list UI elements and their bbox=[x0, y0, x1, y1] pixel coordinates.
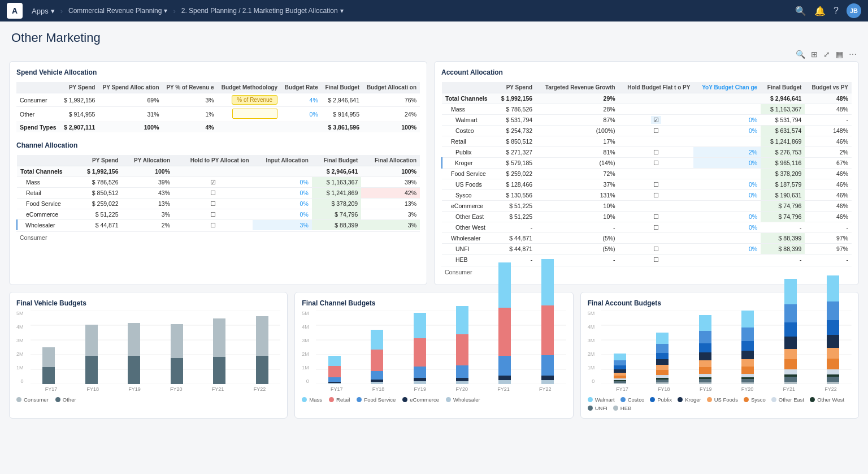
search-toolbar-icon[interactable]: 🔍 bbox=[796, 50, 805, 59]
chart-account-title: Final Account Budgets bbox=[588, 299, 852, 307]
col-rev-growth: Targeted Revenue Growth bbox=[536, 82, 618, 93]
table-icon[interactable]: ▦ bbox=[836, 50, 843, 59]
crumb-spend[interactable]: 2. Spend Planning / 2.1 Marketing Budget… bbox=[177, 5, 348, 17]
aa-final-budget: $ 1,241,869 bbox=[761, 136, 805, 147]
ca-final-budget: $ 378,209 bbox=[312, 199, 361, 209]
chart-vehicle-panel: Final Vehicle Budgets 5M4M3M2M1M0 bbox=[9, 292, 288, 419]
toolbar: 🔍 ⊞ ⤢ ▦ ⋯ bbox=[0, 50, 868, 61]
ca-label: Wholesaler bbox=[17, 220, 76, 231]
ca-hold-checkbox[interactable]: ☐ bbox=[173, 209, 253, 220]
aa-row-walmart: Walmart $ 531,794 87% ☑ 0% $ 531,794 - bbox=[442, 115, 852, 126]
aa-row-kroger: Kroger $ 579,185 (14%) ☐ 0% $ 965,116 67… bbox=[442, 158, 852, 169]
logo: A bbox=[7, 3, 23, 19]
ca-label: Food Service bbox=[17, 199, 76, 209]
aa-rev-growth: 29% bbox=[536, 93, 618, 104]
ca-final-budget: $ 2,946,641 bbox=[312, 166, 361, 177]
aa-vs-py: - bbox=[805, 222, 852, 233]
expand-icon[interactable]: ⤢ bbox=[823, 50, 830, 59]
aa-row-publix: Publix $ 271,327 81% ☐ 2% $ 276,753 2% bbox=[442, 147, 852, 158]
aa-hold-checkbox[interactable]: ☐ bbox=[619, 255, 694, 265]
ca-hold-checkbox[interactable]: ☑ bbox=[173, 177, 253, 188]
aa-hold-checkbox[interactable]: ☐ bbox=[619, 126, 694, 136]
aa-hold bbox=[619, 93, 694, 104]
apps-menu[interactable]: Apps ▾ bbox=[27, 5, 59, 18]
sv-budget-meth-input[interactable] bbox=[218, 107, 281, 122]
col-label bbox=[16, 82, 60, 93]
chart-account-panel: Final Account Budgets 5M4M3M2M1M0 bbox=[580, 292, 859, 419]
legend-usfoods: US Foods bbox=[707, 397, 738, 403]
help-icon[interactable]: ? bbox=[834, 6, 839, 16]
more-icon[interactable]: ⋯ bbox=[849, 50, 857, 59]
col-py-spend: PY Spend bbox=[494, 82, 536, 93]
aa-hold-checkbox[interactable]: ☐ bbox=[619, 212, 694, 222]
filter-icon[interactable]: ⊞ bbox=[811, 50, 818, 59]
aa-hold-checkbox[interactable]: ☐ bbox=[619, 179, 694, 190]
aa-vs-py: - bbox=[805, 255, 852, 265]
sv-row-total: Spend Types $ 2,907,111 100% 4% $ 3,861,… bbox=[16, 122, 420, 133]
col-label bbox=[17, 155, 76, 166]
aa-yoy[interactable]: 0% bbox=[693, 158, 761, 169]
aa-hold-checkbox[interactable]: ☐ bbox=[619, 190, 694, 201]
aa-hold-checkbox[interactable]: ☐ bbox=[619, 222, 694, 233]
aa-vs-py: 48% bbox=[805, 93, 852, 104]
aa-vs-py: 46% bbox=[805, 212, 852, 222]
aa-row-usfoods: US Foods $ 128,466 37% ☐ 0% $ 187,579 46… bbox=[442, 179, 852, 190]
col-budget-rate: Budget Rate bbox=[281, 82, 322, 93]
aa-row-other-east: Other East $ 51,225 10% ☐ 0% $ 74,796 46… bbox=[442, 212, 852, 222]
ca-hold-checkbox[interactable]: ☐ bbox=[173, 220, 253, 231]
sv-budget-meth[interactable]: % of Revenue bbox=[218, 93, 281, 107]
crumb-commercial[interactable]: Commercial Revenue Planning ▾ bbox=[64, 5, 172, 17]
aa-rev-growth: 81% bbox=[536, 147, 618, 158]
aa-label: US Foods bbox=[442, 179, 494, 190]
sv-label: Spend Types bbox=[16, 122, 60, 133]
aa-row-mass: Mass $ 786,526 28% $ 1,163,367 48% bbox=[442, 104, 852, 115]
aa-row-retail: Retail $ 850,512 17% $ 1,241,869 46% bbox=[442, 136, 852, 147]
aa-final-budget: $ 74,796 bbox=[761, 201, 805, 212]
search-icon[interactable]: 🔍 bbox=[795, 6, 806, 16]
ca-hold-checkbox[interactable]: ☐ bbox=[173, 199, 253, 209]
aa-py-spend: $ 271,327 bbox=[494, 147, 536, 158]
sv-label: Other bbox=[16, 107, 60, 122]
ca-final-budget: $ 74,796 bbox=[312, 209, 361, 220]
aa-vs-py: 148% bbox=[805, 126, 852, 136]
sv-row-other: Other $ 914,955 31% 1% 0% $ 914,955 24% bbox=[16, 107, 420, 122]
aa-yoy bbox=[693, 136, 761, 147]
col-final-budget: Final Budget bbox=[312, 155, 361, 166]
aa-final-budget: $ 190,631 bbox=[761, 190, 805, 201]
ca-hold-checkbox[interactable]: ☐ bbox=[173, 188, 253, 199]
ca-py-alloc: 43% bbox=[122, 188, 173, 199]
channel-footer: Consumer bbox=[16, 231, 420, 243]
aa-hold-checkbox[interactable]: ☑ bbox=[619, 115, 694, 126]
aa-hold bbox=[619, 104, 694, 115]
aa-hold-checkbox[interactable]: ☐ bbox=[619, 158, 694, 169]
bell-icon[interactable]: 🔔 bbox=[814, 6, 826, 16]
aa-row-unfi: UNFI $ 44,871 (5%) ☐ 0% $ 88,399 97% bbox=[442, 244, 852, 255]
aa-label: eCommerce bbox=[442, 201, 494, 212]
col-py-alloc: PY Allocation bbox=[122, 155, 173, 166]
aa-row-total: Total Channels $ 1,992,156 29% $ 2,946,6… bbox=[442, 93, 852, 104]
aa-yoy[interactable]: 2% bbox=[693, 147, 761, 158]
user-avatar[interactable]: JB bbox=[847, 3, 861, 18]
aa-rev-growth: (14%) bbox=[536, 158, 618, 169]
aa-row-other-west: Other West - - ☐ 0% - - bbox=[442, 222, 852, 233]
ca-final-alloc: 3% bbox=[361, 209, 420, 220]
aa-rev-growth: 10% bbox=[536, 212, 618, 222]
aa-hold-checkbox[interactable]: ☐ bbox=[619, 244, 694, 255]
budget-meth-input[interactable] bbox=[232, 109, 277, 119]
aa-final-budget: $ 88,399 bbox=[761, 233, 805, 244]
ca-py-alloc: 2% bbox=[122, 220, 173, 231]
sv-py-spend: $ 2,907,111 bbox=[60, 122, 98, 133]
aa-yoy: 0% bbox=[693, 179, 761, 190]
page-header: Other Marketing bbox=[0, 21, 868, 50]
ca-input-alloc[interactable]: 3% bbox=[253, 220, 312, 231]
aa-py-spend: $ 44,871 bbox=[494, 244, 536, 255]
legend-mass: Mass bbox=[302, 397, 322, 403]
aa-row-sysco: Sysco $ 130,556 131% ☐ 0% $ 190,631 46% bbox=[442, 190, 852, 201]
top-panels-row: Spend Vehicle Allocation PY Spend PY Spe… bbox=[9, 61, 859, 285]
aa-label: Retail bbox=[442, 136, 494, 147]
aa-rev-growth: 131% bbox=[536, 190, 618, 201]
main-content: Spend Vehicle Allocation PY Spend PY Spe… bbox=[0, 61, 868, 428]
aa-vs-py: 46% bbox=[805, 169, 852, 179]
aa-hold-checkbox[interactable]: ☐ bbox=[619, 147, 694, 158]
col-py-alloc: PY Spend Alloc ation bbox=[98, 82, 162, 93]
